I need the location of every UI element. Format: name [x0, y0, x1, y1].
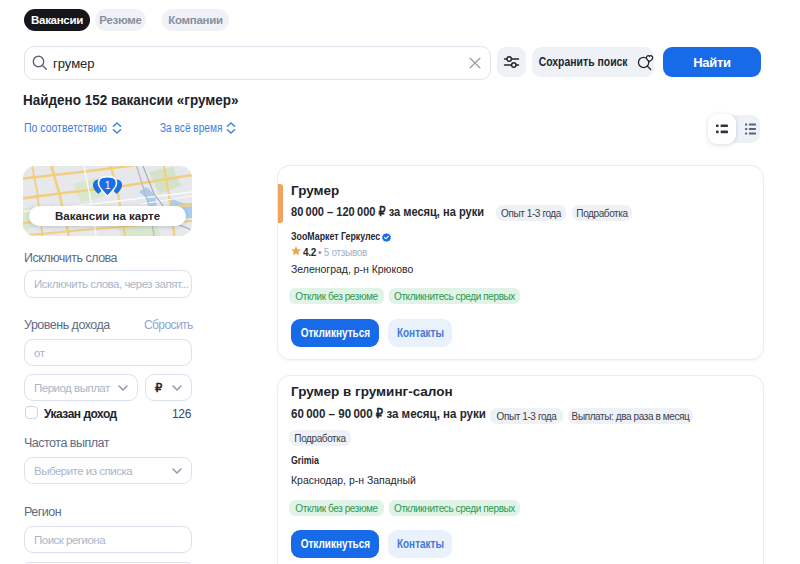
svg-text:1: 1 — [105, 179, 111, 191]
